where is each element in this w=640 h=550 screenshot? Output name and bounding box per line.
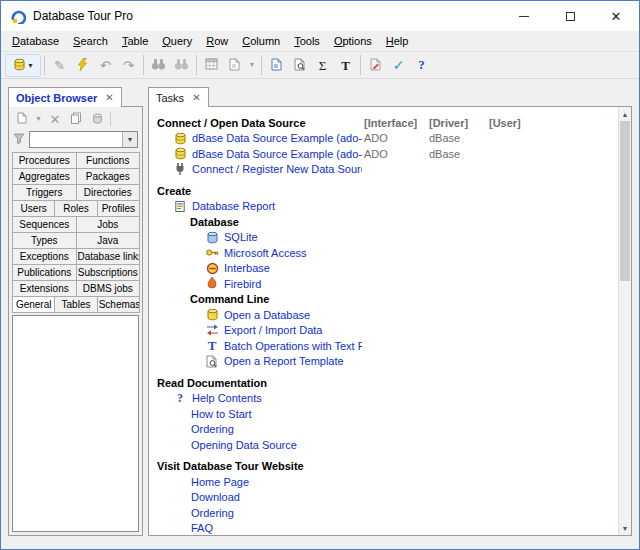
tab-object-browser[interactable]: Object Browser ✕ [8, 87, 122, 107]
tab-tasks[interactable]: Tasks ✕ [148, 87, 209, 107]
create-database-row: SQLite [157, 230, 618, 246]
redo-button[interactable]: ↷ [117, 54, 140, 77]
scroll-up-button[interactable]: ▲ [619, 107, 631, 121]
create-access-link[interactable]: Microsoft Access [224, 247, 307, 259]
open-datasource-button[interactable]: ▾ [5, 54, 41, 77]
faq-link[interactable]: FAQ [191, 522, 213, 534]
export-button[interactable] [223, 54, 246, 77]
object-list[interactable] [12, 315, 139, 532]
text-mode-button[interactable]: T [334, 54, 357, 77]
menu-column[interactable]: Column [235, 32, 287, 50]
category-triggers[interactable]: Triggers [12, 184, 77, 201]
scroll-down-button[interactable]: ▼ [619, 521, 631, 535]
tasks-tabbar: Tasks ✕ [148, 85, 632, 106]
filter-dropdown-button[interactable]: ▾ [122, 132, 137, 147]
category-schemas[interactable]: Schemas [97, 296, 140, 313]
category-general[interactable]: General [12, 296, 55, 313]
scroll-track[interactable] [619, 121, 631, 521]
export-options-dropdown[interactable]: ▾ [246, 54, 258, 77]
filter-combobox[interactable]: ▾ [29, 131, 138, 148]
opening-datasource-link[interactable]: Opening Data Source [191, 439, 297, 451]
new-object-button[interactable] [12, 110, 32, 128]
register-datasource-link[interactable]: Connect / Register New Data Source... [192, 163, 362, 175]
section-header-connect: Connect / Open Data Source [157, 117, 306, 129]
menu-help[interactable]: Help [379, 32, 416, 50]
plug-icon [173, 163, 187, 176]
category-directories[interactable]: Directories [76, 184, 141, 201]
vertical-scrollbar[interactable]: ▲ ▼ [618, 107, 631, 535]
download-link[interactable]: Download [191, 491, 240, 503]
subsection-header-database: Database [157, 216, 239, 228]
aggregate-button[interactable]: Σ [311, 54, 334, 77]
find-button[interactable] [147, 54, 170, 77]
report-template-link[interactable]: Open a Report Template [224, 355, 344, 367]
execute-button[interactable] [71, 54, 94, 77]
tab-close-icon[interactable]: ✕ [105, 93, 113, 103]
database-report-link[interactable]: Database Report [192, 200, 275, 212]
tab-close-icon[interactable]: ✕ [192, 93, 200, 103]
home-page-link[interactable]: Home Page [191, 476, 249, 488]
print-preview-button[interactable] [288, 54, 311, 77]
check-data-button[interactable]: ✓ [387, 54, 410, 77]
delete-object-button[interactable]: ✕ [45, 110, 65, 128]
find-next-button[interactable] [170, 54, 193, 77]
open-database-link[interactable]: Open a Database [224, 309, 310, 321]
category-sequences[interactable]: Sequences [12, 216, 77, 233]
category-types[interactable]: Types [12, 232, 77, 249]
menu-tools[interactable]: Tools [287, 32, 327, 50]
documentation-row: How to Start [157, 406, 618, 422]
category-extensions[interactable]: Extensions [12, 280, 77, 297]
ordering-docs-link[interactable]: Ordering [191, 423, 234, 435]
category-roles[interactable]: Roles [54, 200, 97, 217]
object-script-button[interactable] [87, 110, 107, 128]
menu-search[interactable]: Search [66, 32, 115, 50]
menu-query[interactable]: Query [155, 32, 199, 50]
category-profiles[interactable]: Profiles [97, 200, 140, 217]
category-jobs[interactable]: Jobs [76, 216, 141, 233]
pencil-icon: ✎ [54, 59, 65, 72]
datasource-link[interactable]: dBase Data Source Example (ado-directory… [192, 148, 362, 160]
menu-row[interactable]: Row [199, 32, 235, 50]
maximize-button[interactable] [547, 1, 593, 31]
ordering-link[interactable]: Ordering [191, 507, 234, 519]
category-aggregates[interactable]: Aggregates [12, 168, 77, 185]
undo-icon: ↶ [100, 59, 111, 72]
design-button[interactable]: ✎ [48, 54, 71, 77]
sql-editor-button[interactable] [364, 54, 387, 77]
category-procedures[interactable]: Procedures [12, 152, 77, 169]
category-users[interactable]: Users [12, 200, 55, 217]
new-object-dropdown[interactable]: ▾ [33, 110, 44, 128]
category-subscriptions[interactable]: Subscriptions [76, 264, 141, 281]
how-to-start-link[interactable]: How to Start [191, 408, 252, 420]
connect-header-row: Connect / Open Data Source [Interface] [… [157, 115, 618, 131]
category-functions[interactable]: Functions [76, 152, 141, 169]
category-publications[interactable]: Publications [12, 264, 77, 281]
help-contents-link[interactable]: Help Contents [192, 392, 262, 404]
category-tables[interactable]: Tables [54, 296, 97, 313]
category-packages[interactable]: Packages [76, 168, 141, 185]
scroll-thumb[interactable] [620, 121, 630, 281]
help-button[interactable]: ? [410, 54, 433, 77]
category-dbms-jobs[interactable]: DBMS jobs [76, 280, 141, 297]
create-interbase-link[interactable]: Interbase [224, 262, 270, 274]
menu-options[interactable]: Options [327, 32, 379, 50]
menu-database[interactable]: Database [5, 32, 66, 50]
undo-button[interactable]: ↶ [94, 54, 117, 77]
minimize-button[interactable] [501, 1, 547, 31]
report-button[interactable] [265, 54, 288, 77]
export-import-link[interactable]: Export / Import Data [224, 324, 322, 336]
menu-table[interactable]: Table [115, 32, 155, 50]
create-sqlite-link[interactable]: SQLite [224, 231, 258, 243]
copy-object-button[interactable] [66, 110, 86, 128]
close-button[interactable]: ✕ [593, 1, 639, 31]
category-database-links[interactable]: Database links [76, 248, 141, 265]
website-row: Download [157, 490, 618, 506]
datasource-link[interactable]: dBase Data Source Example (ado-odbc) [192, 132, 362, 144]
category-exceptions[interactable]: Exceptions [12, 248, 77, 265]
batch-operations-link[interactable]: Batch Operations with Text Fields [224, 340, 362, 352]
category-java[interactable]: Java [76, 232, 141, 249]
lightning-icon [77, 58, 88, 73]
titlebar[interactable]: Database Tour Pro ✕ [1, 1, 639, 31]
import-button[interactable] [200, 54, 223, 77]
create-firebird-link[interactable]: Firebird [224, 278, 261, 290]
